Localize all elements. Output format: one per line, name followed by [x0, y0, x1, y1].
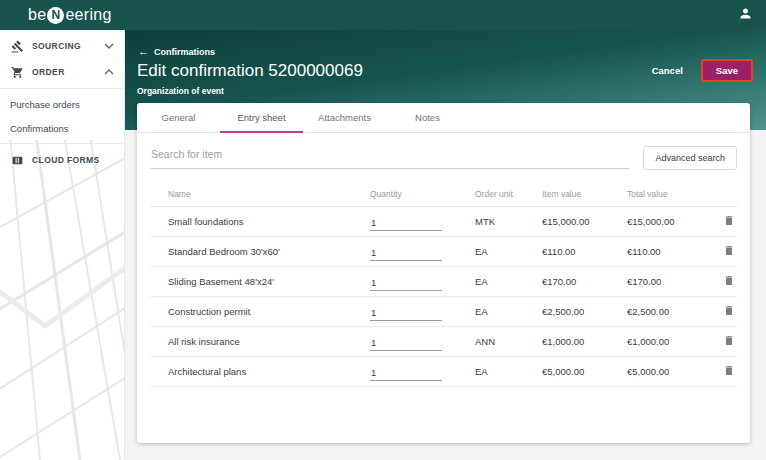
sidebar-subitem-label: Purchase orders	[10, 99, 80, 110]
building-watermark-image	[0, 140, 125, 460]
page-subtitle: Organization of event	[137, 86, 224, 96]
search-input[interactable]	[150, 148, 629, 169]
column-header-item-value: Item value	[542, 189, 627, 199]
header-actions: Cancel Save	[652, 59, 753, 82]
total-value: €1,000.00	[627, 336, 723, 347]
column-header-quantity: Quantity	[370, 189, 475, 199]
item-name: All risk insurance	[150, 336, 370, 347]
breadcrumb[interactable]: ← Confirmations	[138, 46, 215, 57]
column-header-total-value: Total value	[627, 189, 723, 199]
trash-icon	[723, 334, 735, 350]
main-area: ← Confirmations Edit confirmation 520000…	[125, 30, 766, 460]
item-value: €5,000.00	[542, 366, 627, 377]
item-value: €15,000.00	[542, 216, 627, 227]
sidebar-subitem-label: Confirmations	[10, 123, 69, 134]
sidebar-divider	[0, 88, 124, 89]
trash-icon	[723, 214, 735, 230]
item-name: Small foundations	[150, 216, 370, 227]
order-unit: MTK	[475, 216, 542, 227]
quantity-input[interactable]	[370, 277, 442, 291]
chevron-down-icon	[104, 43, 114, 49]
logo-text-post: eering	[65, 6, 111, 24]
delete-row-button[interactable]	[723, 274, 737, 290]
quantity-input[interactable]	[370, 307, 442, 321]
user-account-button[interactable]	[738, 6, 753, 24]
sidebar-item-sourcing[interactable]: SOURCING	[0, 33, 124, 59]
table-row: Sliding Basement 48'x24' EA €170.00 €170…	[150, 267, 737, 297]
quantity-input[interactable]	[370, 217, 442, 231]
sidebar-nav: SOURCING ORDER Purchase orders Confirmat	[0, 30, 124, 173]
delete-row-button[interactable]	[723, 304, 737, 320]
cancel-button[interactable]: Cancel	[652, 65, 683, 76]
total-value: €110.00	[627, 246, 723, 257]
sidebar-item-cloud-forms[interactable]: CLOUD FORMS	[0, 147, 124, 173]
form-icon	[10, 154, 24, 167]
item-value: €2,500.00	[542, 306, 627, 317]
table-row: All risk insurance ANN €1,000.00 €1,000.…	[150, 327, 737, 357]
search-section: Advanced search	[137, 133, 750, 179]
table-row: Standard Bedroom 30'x60' EA €110.00 €110…	[150, 237, 737, 267]
top-bar: be N eering	[0, 0, 766, 30]
breadcrumb-label: Confirmations	[154, 47, 215, 57]
trash-icon	[723, 244, 735, 260]
quantity-input[interactable]	[370, 247, 442, 261]
advanced-search-button[interactable]: Advanced search	[643, 146, 737, 170]
tab-entry-sheet[interactable]: Entry sheet	[220, 103, 303, 132]
sidebar: SOURCING ORDER Purchase orders Confirmat	[0, 30, 125, 460]
total-value: €15,000.00	[627, 216, 723, 227]
item-name: Architectural plans	[150, 366, 370, 377]
trash-icon	[723, 274, 735, 290]
table-row: Small foundations MTK €15,000.00 €15,000…	[150, 207, 737, 237]
total-value: €170.00	[627, 276, 723, 287]
sidebar-item-label: CLOUD FORMS	[32, 155, 100, 165]
sidebar-item-order[interactable]: ORDER	[0, 59, 124, 85]
item-name: Standard Bedroom 30'x60'	[150, 246, 370, 257]
app-window: be N eering SOURCING	[0, 0, 766, 460]
items-table: Name Quantity Order unit Item value Tota…	[150, 181, 737, 387]
item-name: Sliding Basement 48'x24'	[150, 276, 370, 287]
total-value: €5,000.00	[627, 366, 723, 377]
logo-text-pre: be	[28, 6, 46, 24]
trash-icon	[723, 304, 735, 320]
order-unit: EA	[475, 246, 542, 257]
total-value: €2,500.00	[627, 306, 723, 317]
column-header-order-unit: Order unit	[475, 189, 542, 199]
confirmation-card: General Entry sheet Attachments Notes Ad…	[137, 103, 750, 443]
order-unit: EA	[475, 276, 542, 287]
back-arrow-icon: ←	[138, 46, 149, 57]
sidebar-item-confirmations[interactable]: Confirmations	[0, 116, 124, 140]
order-unit: EA	[475, 306, 542, 317]
delete-row-button[interactable]	[723, 244, 737, 260]
beneering-logo: be N eering	[28, 6, 112, 24]
person-icon	[738, 6, 753, 24]
sidebar-item-purchase-orders[interactable]: Purchase orders	[0, 92, 124, 116]
tab-general[interactable]: General	[137, 103, 220, 132]
order-unit: ANN	[475, 336, 542, 347]
sidebar-item-label: SOURCING	[32, 41, 81, 51]
item-value: €110.00	[542, 246, 627, 257]
sidebar-item-label: ORDER	[32, 67, 65, 77]
column-header-name: Name	[150, 189, 370, 199]
order-unit: EA	[475, 366, 542, 377]
table-row: Construction permit EA €2,500.00 €2,500.…	[150, 297, 737, 327]
item-value: €1,000.00	[542, 336, 627, 347]
item-name: Construction permit	[150, 306, 370, 317]
table-header-row: Name Quantity Order unit Item value Tota…	[150, 181, 737, 207]
delete-row-button[interactable]	[723, 214, 737, 230]
cart-icon	[10, 66, 24, 79]
item-value: €170.00	[542, 276, 627, 287]
delete-row-button[interactable]	[723, 334, 737, 350]
tab-notes[interactable]: Notes	[386, 103, 469, 132]
logo-n-circle-icon: N	[47, 7, 64, 24]
delete-row-button[interactable]	[723, 364, 737, 380]
quantity-input[interactable]	[370, 337, 442, 351]
save-button[interactable]: Save	[701, 59, 753, 82]
gavel-icon	[10, 40, 24, 53]
chevron-up-icon	[104, 69, 114, 75]
sidebar-divider	[0, 143, 124, 144]
trash-icon	[723, 364, 735, 380]
tab-attachments[interactable]: Attachments	[303, 103, 386, 132]
page-title: Edit confirmation 5200000069	[137, 61, 363, 81]
tab-bar: General Entry sheet Attachments Notes	[137, 103, 750, 133]
quantity-input[interactable]	[370, 367, 442, 381]
